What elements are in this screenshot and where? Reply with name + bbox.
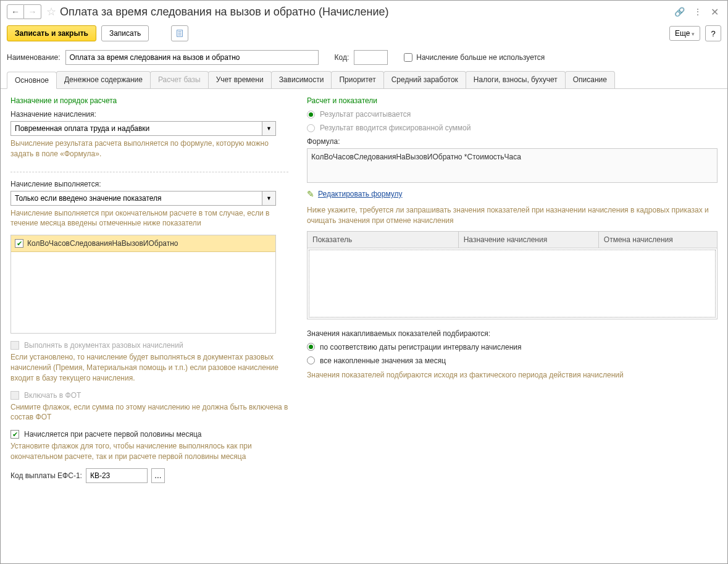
- document-icon-button[interactable]: [171, 25, 188, 41]
- purpose-select[interactable]: [10, 121, 262, 136]
- name-label: Наименование:: [7, 53, 61, 62]
- indicator-checkbox[interactable]: [15, 239, 23, 248]
- page-title: Оплата за время следования на вызов и об…: [60, 6, 674, 19]
- purpose-hint: Вычисление результата расчета выполняетс…: [10, 138, 288, 159]
- oneoff-hint: Если установлено, то начисление будет вы…: [10, 352, 288, 383]
- indicator-item[interactable]: КолВоЧасовСледованияНаВызовИОбратно: [11, 235, 275, 252]
- tab-priority[interactable]: Приоритет: [331, 71, 383, 88]
- nav-forward-button[interactable]: →: [24, 4, 41, 19]
- result-calc-label: Результат рассчитывается: [320, 110, 411, 119]
- efs-label: Код выплаты ЕФС-1:: [10, 471, 82, 480]
- accum-all-month-radio[interactable]: [307, 356, 315, 364]
- indicators-table: Показатель Назначение начисления Отмена …: [307, 231, 718, 319]
- indicator-label: КолВоЧасовСледованияНаВызовИОбратно: [27, 239, 178, 248]
- code-label: Код:: [335, 53, 349, 62]
- purpose-section-title: Назначение и порядок расчета: [10, 96, 288, 105]
- tab-main[interactable]: Основное: [7, 72, 57, 89]
- close-icon[interactable]: ✕: [711, 6, 719, 18]
- firsthalf-hint: Установите флажок для того, чтобы начисл…: [10, 441, 288, 462]
- tab-description[interactable]: Описание: [565, 71, 615, 88]
- name-input[interactable]: [65, 50, 319, 65]
- accum-by-date-radio[interactable]: [307, 343, 315, 351]
- accum-all-month-label: все накопленные значения за месяц: [320, 356, 446, 365]
- kebab-menu-icon[interactable]: ⋮: [693, 7, 702, 17]
- save-and-close-button[interactable]: Записать и закрыть: [7, 25, 96, 41]
- oneoff-checkbox: [10, 341, 19, 350]
- tab-time-account[interactable]: Учет времени: [208, 71, 272, 88]
- document-icon: [175, 29, 184, 38]
- fot-hint: Снимите флажок, если сумма по этому начи…: [10, 402, 288, 423]
- firsthalf-label: Начисляется при расчете первой половины …: [24, 430, 201, 439]
- pencil-icon: ✎: [307, 189, 314, 199]
- efs-input[interactable]: [86, 468, 148, 483]
- not-used-label: Начисление больше не используется: [416, 53, 545, 62]
- indicator-list: КолВоЧасовСледованияНаВызовИОбратно: [10, 235, 276, 334]
- performed-select[interactable]: [10, 191, 262, 206]
- tab-taxes[interactable]: Налоги, взносы, бухучет: [466, 71, 566, 88]
- divider: [10, 172, 288, 172]
- purpose-label: Назначение начисления:: [10, 110, 288, 119]
- purpose-dropdown-button[interactable]: ▼: [262, 121, 276, 136]
- performed-hint: Начисление выполняется при окончательном…: [10, 208, 288, 229]
- fot-label: Включать в ФОТ: [24, 391, 81, 400]
- more-button[interactable]: Еще: [669, 26, 700, 41]
- performed-dropdown-button[interactable]: ▼: [262, 191, 276, 206]
- edit-formula-link[interactable]: Редактировать формулу: [318, 190, 403, 198]
- link-icon[interactable]: 🔗: [674, 7, 685, 17]
- tabs: Основное Денежное содержание Расчет базы…: [1, 71, 727, 89]
- accum-label: Значения накапливаемых показателей подби…: [307, 329, 718, 338]
- tab-base-calc[interactable]: Расчет базы: [150, 71, 209, 88]
- formula-box: КолВоЧасовСледованияНаВызовИОбратно *Сто…: [307, 148, 718, 183]
- tab-avg-earnings[interactable]: Средний заработок: [383, 71, 466, 88]
- th-indicator: Показатель: [308, 232, 459, 248]
- formula-label: Формула:: [307, 137, 718, 146]
- help-button[interactable]: ?: [705, 25, 721, 41]
- fot-checkbox: [10, 391, 19, 400]
- th-assign: Назначение начисления: [459, 232, 599, 248]
- th-cancel: Отмена начисления: [599, 232, 717, 248]
- result-fixed-radio: [307, 124, 315, 132]
- indicators-hint: Ниже укажите, требуется ли запрашивать з…: [307, 205, 718, 226]
- nav-back-button[interactable]: ←: [7, 4, 24, 19]
- oneoff-label: Выполнять в документах разовых начислени…: [24, 341, 183, 350]
- star-icon[interactable]: ☆: [46, 5, 56, 19]
- performed-label: Начисление выполняется:: [10, 180, 288, 188]
- accum-hint: Значения показателей подбираются исходя …: [307, 370, 718, 381]
- save-button[interactable]: Записать: [101, 25, 149, 41]
- accum-by-date-label: по соответствию даты регистрации интерва…: [320, 343, 522, 351]
- firsthalf-checkbox[interactable]: [10, 430, 19, 439]
- result-calc-radio: [307, 111, 315, 119]
- result-fixed-label: Результат вводится фиксированной суммой: [320, 124, 471, 132]
- calc-section-title: Расчет и показатели: [307, 96, 718, 105]
- tab-monetary[interactable]: Денежное содержание: [56, 71, 151, 88]
- not-used-checkbox[interactable]: [404, 53, 412, 62]
- tab-dependencies[interactable]: Зависимости: [271, 71, 332, 88]
- efs-lookup-button[interactable]: ...: [151, 468, 165, 483]
- code-input[interactable]: [354, 50, 388, 65]
- table-body[interactable]: [309, 250, 716, 318]
